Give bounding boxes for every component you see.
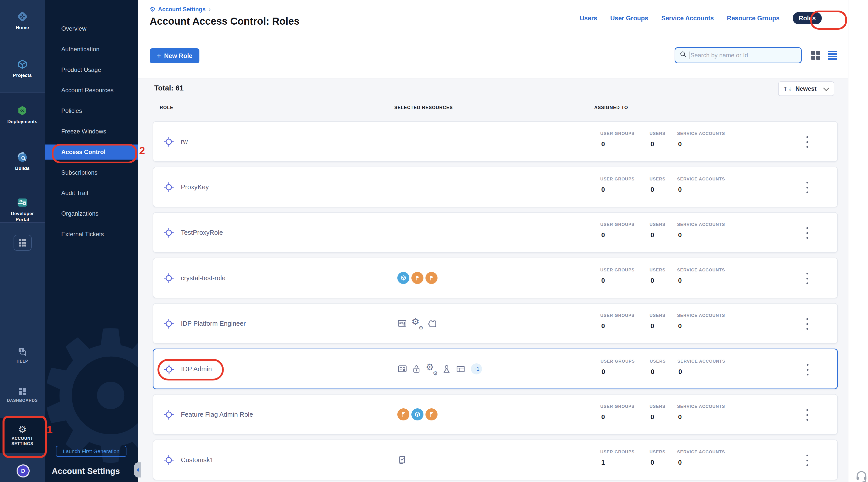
search-input[interactable] — [690, 52, 797, 59]
role-row-customsk1[interactable]: Customsk1 USER GROUPS1 USERS0 SERVICE AC… — [153, 440, 838, 480]
account-access-control-page: Home Projects ∞ Deployments Builds Devel… — [0, 0, 868, 482]
role-name: rw — [181, 122, 188, 161]
gears-icon: ⚙⚙ — [411, 318, 423, 329]
nav-account-settings[interactable]: ⚙ ACCOUNT SETTINGS — [0, 418, 45, 453]
grid-icon — [19, 239, 26, 246]
nav-help[interactable]: ? HELP — [0, 346, 45, 364]
tab-roles[interactable]: Roles — [793, 12, 822, 24]
dashboards-icon — [17, 387, 27, 397]
role-target-icon — [163, 273, 174, 284]
gear-icon: ⚙ — [150, 5, 155, 13]
column-header-role: ROLE — [160, 105, 173, 110]
annotation-oval-role-name — [157, 359, 224, 381]
support-headset-icon[interactable] — [855, 470, 868, 482]
tab-service-accounts[interactable]: Service Accounts — [661, 14, 714, 22]
sidebar-item-product-usage[interactable]: Product Usage — [45, 62, 137, 78]
selected-resources: ⚙⚙+1 — [398, 349, 482, 389]
plugin-icon — [428, 319, 437, 328]
sidebar-item-subscriptions[interactable]: Subscriptions — [45, 165, 137, 180]
role-name: TestProxyRole — [181, 213, 223, 252]
row-menu-kebab-icon[interactable] — [804, 409, 811, 421]
sidebar-item-account-resources[interactable]: Account Resources — [45, 83, 137, 98]
role-row-testproxyrole[interactable]: TestProxyRole USER GROUPS0 USERS0 SERVIC… — [153, 212, 838, 253]
sort-value: Newest — [796, 85, 824, 92]
role-target-icon — [163, 409, 174, 420]
row-menu-kebab-icon[interactable] — [804, 364, 811, 375]
nav-developer-portal-label: Developer Portal — [5, 211, 40, 223]
role-target-icon — [163, 136, 174, 147]
sidebar-item-freeze-windows[interactable]: Freeze Windows — [45, 124, 137, 139]
row-menu-kebab-icon[interactable] — [804, 136, 811, 148]
tab-users[interactable]: Users — [580, 14, 597, 22]
chevron-down-icon — [823, 85, 829, 91]
lock-icon — [412, 364, 421, 374]
role-name: Customsk1 — [181, 440, 214, 480]
tab-user-groups[interactable]: User Groups — [610, 14, 648, 22]
sidebar-item-policies[interactable]: Policies — [45, 103, 137, 118]
role-row-crystal-test-role[interactable]: crystal-test-role USER GROUPS0 USERS0 SE… — [153, 258, 838, 298]
breadcrumb[interactable]: ⚙ Account Settings › — [150, 5, 211, 13]
new-role-button[interactable]: + New Role — [150, 48, 199, 63]
grid-view-toggle[interactable] — [811, 51, 820, 60]
sort-dropdown[interactable]: ↑↓ Newest — [778, 82, 834, 96]
sidebar-item-organizations[interactable]: Organizations — [45, 206, 137, 221]
row-menu-kebab-icon[interactable] — [804, 318, 811, 330]
row-menu-kebab-icon[interactable] — [804, 227, 811, 239]
plus-icon: + — [157, 52, 161, 60]
sidebar-item-authentication[interactable]: Authentication — [45, 42, 137, 57]
box-module-icon — [411, 409, 424, 420]
page-title: Account Access Control: Roles — [150, 16, 299, 27]
nav-dashboards[interactable]: DASHBOARDS — [0, 387, 45, 403]
row-menu-kebab-icon[interactable] — [804, 182, 811, 193]
role-target-icon — [163, 182, 174, 193]
search-box[interactable] — [675, 47, 802, 63]
annotation-step-2: 2 — [139, 145, 145, 157]
svg-text:?: ? — [20, 348, 23, 352]
role-name: crystal-test-role — [181, 258, 225, 298]
role-row-idp-admin[interactable]: IDP Admin ⚙⚙+1 USER GROUPS0 USERS0 SERVI… — [153, 349, 838, 389]
layout-icon — [456, 364, 465, 374]
flag-module-icon — [397, 409, 409, 420]
nav-builds[interactable]: Builds — [0, 151, 45, 171]
nav-deployments-label: Deployments — [7, 119, 37, 125]
svg-text:∞: ∞ — [20, 107, 25, 114]
role-row-feature-flag-admin-role[interactable]: Feature Flag Admin Role USER GROUPS0 USE… — [153, 394, 838, 435]
sidebar-item-overview[interactable]: Overview — [45, 21, 137, 36]
sort-arrows-icon: ↑↓ — [783, 86, 793, 92]
tab-resource-groups[interactable]: Resource Groups — [727, 14, 780, 22]
role-row-rw[interactable]: rw USER GROUPS0 USERS0 SERVICE ACCOUNTS0 — [153, 121, 838, 162]
resources-overflow-badge: +1 — [471, 363, 482, 374]
user-avatar[interactable]: D — [17, 464, 30, 478]
avatar-letter: D — [21, 468, 25, 474]
list-view-toggle[interactable] — [828, 51, 837, 60]
certificate-icon — [397, 319, 407, 328]
launch-first-generation-button[interactable]: Launch First Generation — [56, 446, 126, 457]
nav-deployments[interactable]: ∞ Deployments — [0, 104, 45, 125]
sidebar-item-audit-trail[interactable]: Audit Trail — [45, 185, 137, 201]
breadcrumb-link[interactable]: Account Settings — [158, 6, 206, 13]
nav-developer-portal[interactable]: Developer Portal — [0, 196, 45, 223]
sidebar-collapse-toggle[interactable] — [134, 462, 141, 478]
rail-divider — [0, 92, 45, 93]
flag-module-icon — [426, 272, 437, 284]
nav-home[interactable]: Home — [0, 10, 45, 31]
search-icon — [679, 51, 687, 60]
nav-builds-label: Builds — [15, 165, 30, 171]
rbac-tabs: UsersUser GroupsService AccountsResource… — [580, 10, 822, 26]
row-menu-kebab-icon[interactable] — [804, 273, 811, 284]
gear-icon: ⚙ — [18, 424, 27, 434]
role-row-proxykey[interactable]: ProxyKey USER GROUPS0 USERS0 SERVICE ACC… — [153, 167, 838, 207]
developer-portal-icon — [16, 196, 29, 209]
annotation-step-1: 1 — [47, 424, 53, 436]
sidebar-item-access-control[interactable]: Access Control — [45, 145, 137, 159]
module-rail: Home Projects ∞ Deployments Builds Devel… — [0, 0, 45, 482]
sidebar-item-external-tickets[interactable]: External Tickets — [45, 227, 137, 242]
nav-projects[interactable]: Projects — [0, 58, 45, 79]
role-name: Feature Flag Admin Role — [181, 395, 253, 434]
module-selector-button[interactable] — [13, 235, 32, 251]
role-row-idp-platform-engineer[interactable]: IDP Platform Engineer ⚙⚙ USER GROUPS0 US… — [153, 303, 838, 344]
page-header: ⚙ Account Settings › Account Access Cont… — [137, 0, 848, 38]
nav-projects-label: Projects — [13, 72, 32, 79]
row-menu-kebab-icon[interactable] — [804, 455, 811, 466]
new-role-label: New Role — [164, 52, 193, 60]
